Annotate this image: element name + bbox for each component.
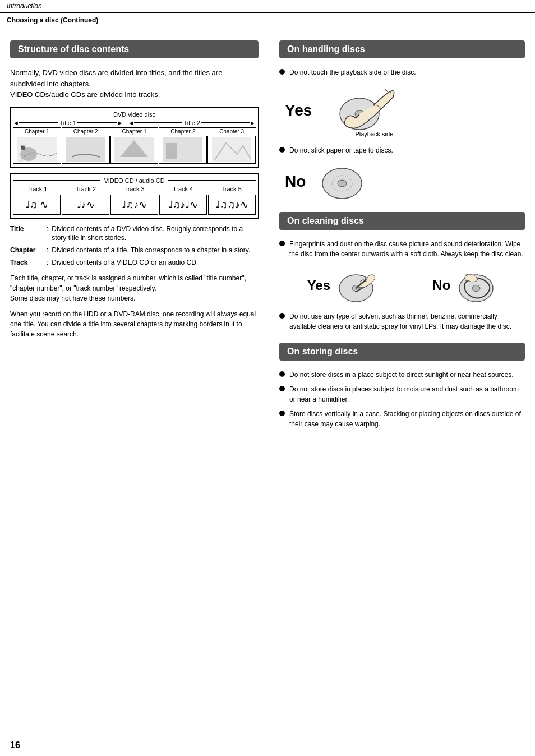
handling-bullet2: Do not stick paper or tape to discs. (279, 145, 525, 155)
yes-label-cleaning: Yes (307, 278, 330, 293)
left-column: Structure of disc contents Normally, DVD… (0, 29, 269, 445)
bullet-dot-3 (279, 241, 285, 246)
definitions: Title : Divided contents of a DVD video … (10, 224, 259, 268)
no-disc-svg (317, 161, 367, 200)
track-cell-3: ♩♫♪∿ (110, 195, 158, 215)
no-label-handling: No (285, 173, 306, 191)
storing-bullet2: Do not store discs in places subject to … (279, 384, 525, 404)
structure-title: Structure of disc contents (11, 42, 257, 57)
dvd-diagram: DVD video disc ◄ Title 1 ► ◄ (10, 107, 259, 168)
svg-rect-10 (166, 143, 177, 159)
bullet-dot-5 (279, 371, 285, 377)
storing-bullet3: Store discs vertically in a case. Stacki… (279, 409, 525, 429)
para2: When you record on the HDD or a DVD-RAM … (10, 309, 259, 339)
right-column: On handling discs Do not touch the playb… (269, 29, 535, 445)
main-content: Structure of disc contents Normally, DVD… (0, 29, 535, 445)
header-section: Introduction (0, 0, 535, 13)
cleaning-title: On cleaning discs (280, 213, 524, 229)
track-cells: ♩♫ ∿ ♩♪∿ ♩♫♪∿ ♩♫♪♩∿ ♩♫♫♪∿ (13, 195, 256, 215)
def-term-chapter: Chapter (10, 246, 47, 255)
cleaning-illustrations: Yes No (279, 267, 525, 303)
handling-bullet1: Do not touch the playback side of the di… (279, 67, 525, 77)
track-cell-1: ♩♫ ∿ (13, 195, 61, 215)
para1: Each title, chapter, or track is assigne… (10, 273, 259, 303)
def-text-title: Divided contents of a DVD video disc. Ro… (52, 224, 259, 243)
track-cell-2: ♩♪∿ (62, 195, 109, 215)
yes-label-handling: Yes (285, 102, 312, 119)
bullet-dot-4 (279, 313, 285, 319)
no-label-cleaning: No (432, 278, 450, 293)
cleaning-bullet2: Do not use any type of solvent such as t… (279, 311, 525, 331)
bullet-dot-6 (279, 386, 285, 391)
cleaning-yes-svg (335, 267, 377, 303)
def-text-chapter: Divided contents of a title. This corres… (52, 246, 259, 255)
svg-point-16 (338, 180, 347, 187)
def-track: Track : Divided contents of a VIDEO CD o… (10, 258, 259, 268)
page-number: 16 (10, 740, 20, 750)
storing-title: On storing discs (280, 344, 524, 359)
cleaning-bullet1: Fingerprints and dust on the disc cause … (279, 239, 525, 259)
track-cell-4: ♩♫♪♩∿ (159, 195, 207, 215)
def-term-title: Title (10, 224, 47, 243)
page-wrapper: Introduction Choosing a disc (Continued)… (0, 0, 535, 756)
track-cell-5: ♩♫♫♪∿ (208, 195, 256, 215)
bullet-dot-7 (279, 411, 285, 416)
def-term-track: Track (10, 258, 47, 268)
svg-rect-4 (66, 137, 105, 162)
track-labels: Track 1 Track 2 Track 3 Track 4 Track 5 (13, 186, 256, 192)
intro-text: Normally, DVD video discs are divided in… (10, 67, 259, 100)
storing-section-box: On storing discs (279, 343, 525, 361)
structure-section-box: Structure of disc contents (10, 40, 259, 58)
bullet-dot-2 (279, 147, 285, 153)
handling-section-box: On handling discs (279, 40, 525, 58)
vcd-diagram: VIDEO CD / audio CD Track 1 Track 2 Trac… (10, 173, 259, 219)
def-text-track: Divided contents of a VIDEO CD or an aud… (52, 258, 259, 268)
yes-disc-svg (323, 83, 396, 133)
svg-text:🎬: 🎬 (20, 144, 26, 150)
bullet-dot-1 (279, 69, 285, 75)
subheader: Choosing a disc (Continued) (0, 13, 535, 29)
svg-point-21 (472, 285, 480, 292)
handling-title: On handling discs (280, 42, 524, 57)
yes-disc-area: Playback side (323, 83, 396, 137)
storing-bullet1: Do not store discs in a place subject to… (279, 370, 525, 380)
cleaning-no: No (432, 267, 497, 303)
cleaning-no-svg (455, 267, 497, 303)
cleaning-section-box: On cleaning discs (279, 212, 525, 230)
def-title: Title : Divided contents of a DVD video … (10, 224, 259, 243)
yes-illustration: Yes Playback side (285, 83, 525, 137)
cleaning-yes: Yes (307, 267, 377, 303)
def-chapter: Chapter : Divided contents of a title. T… (10, 246, 259, 255)
no-disc-area (317, 161, 367, 202)
header-label: Introduction (7, 2, 42, 10)
no-illustration: No (285, 161, 525, 202)
